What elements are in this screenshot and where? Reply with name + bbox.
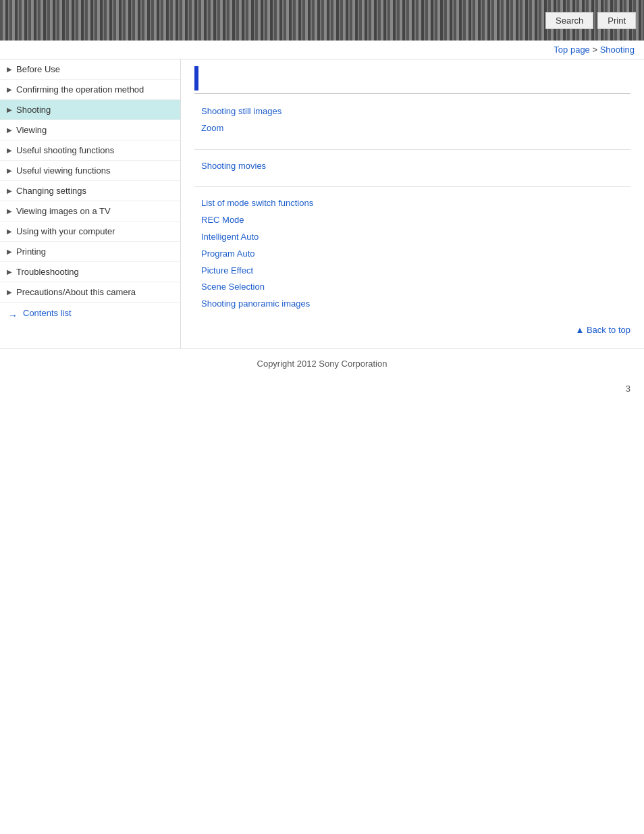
back-to-top-link[interactable]: ▲ Back to top	[575, 325, 630, 335]
sidebar-item-troubleshooting[interactable]: ▶ Troubleshooting	[0, 262, 180, 282]
sidebar-label-changing-settings: Changing settings	[16, 186, 172, 196]
link-rec-mode[interactable]: REC Mode	[201, 213, 630, 228]
sidebar-item-shooting[interactable]: ▶ Shooting	[0, 100, 180, 120]
sidebar-label-useful-shooting: Useful shooting functions	[16, 145, 172, 155]
link-list-mode-switch[interactable]: List of mode switch functions	[201, 197, 630, 211]
header: Search Print	[0, 0, 644, 41]
link-shooting-still-images[interactable]: Shooting still images	[201, 105, 630, 119]
page-number-value: 3	[626, 384, 630, 394]
print-button[interactable]: Print	[597, 12, 636, 29]
divider-1	[194, 149, 630, 150]
link-zoom[interactable]: Zoom	[201, 122, 630, 136]
link-shooting-panoramic[interactable]: Shooting panoramic images	[201, 297, 630, 311]
sidebar-item-using-computer[interactable]: ▶ Using with your computer	[0, 221, 180, 242]
contents-list-link[interactable]: Contents list	[0, 303, 180, 323]
sidebar-item-viewing-tv[interactable]: ▶ Viewing images on a TV	[0, 201, 180, 221]
sidebar-label-using-computer: Using with your computer	[16, 226, 172, 236]
sidebar-label-troubleshooting: Troubleshooting	[16, 267, 172, 277]
breadcrumb-separator: >	[590, 45, 600, 55]
sidebar-item-before-use[interactable]: ▶ Before Use	[0, 59, 180, 80]
sidebar-item-printing[interactable]: ▶ Printing	[0, 242, 180, 262]
sidebar: ▶ Before Use ▶ Confirming the operation …	[0, 59, 181, 348]
sidebar-arrow-viewing: ▶	[7, 126, 12, 134]
sidebar-arrow-viewing-tv: ▶	[7, 207, 12, 215]
divider-2	[194, 186, 630, 187]
sidebar-arrow-troubleshooting: ▶	[7, 268, 12, 276]
link-program-auto[interactable]: Program Auto	[201, 247, 630, 261]
arrow-right-icon	[8, 310, 20, 317]
link-shooting-movies[interactable]: Shooting movies	[201, 159, 630, 174]
sidebar-arrow-confirming: ▶	[7, 86, 12, 93]
sidebar-arrow-precautions: ▶	[7, 288, 12, 296]
back-to-top: ▲ Back to top	[194, 325, 630, 335]
breadcrumb: Top page > Shooting	[0, 41, 644, 59]
sidebar-item-precautions[interactable]: ▶ Precautions/About this camera	[0, 282, 180, 303]
link-scene-selection[interactable]: Scene Selection	[201, 280, 630, 294]
sidebar-label-precautions: Precautions/About this camera	[16, 287, 172, 297]
sidebar-label-printing: Printing	[16, 246, 172, 257]
sidebar-arrow-printing: ▶	[7, 248, 12, 255]
sidebar-label-viewing-tv: Viewing images on a TV	[16, 206, 172, 216]
main-layout: ▶ Before Use ▶ Confirming the operation …	[0, 59, 644, 348]
section-still-images: Shooting still images Zoom	[194, 105, 630, 136]
page-title-bar	[194, 66, 630, 94]
header-buttons: Search Print	[545, 12, 636, 29]
sidebar-arrow-using-computer: ▶	[7, 228, 12, 235]
link-picture-effect[interactable]: Picture Effect	[201, 264, 630, 278]
search-button[interactable]: Search	[545, 12, 593, 29]
sidebar-arrow-before-use: ▶	[7, 66, 12, 73]
breadcrumb-current-link[interactable]: Shooting	[600, 45, 635, 55]
sidebar-arrow-useful-shooting: ▶	[7, 147, 12, 154]
section-movies: Shooting movies	[194, 159, 630, 174]
section-mode-functions: List of mode switch functions REC Mode I…	[194, 197, 630, 311]
sidebar-label-useful-viewing: Useful viewing functions	[16, 165, 172, 176]
page-title-accent	[194, 66, 198, 90]
sidebar-label-confirming: Confirming the operation method	[16, 84, 172, 95]
sidebar-item-viewing[interactable]: ▶ Viewing	[0, 120, 180, 140]
sidebar-arrow-changing-settings: ▶	[7, 187, 12, 194]
copyright-text: Copyright 2012 Sony Corporation	[257, 359, 387, 369]
sidebar-label-before-use: Before Use	[16, 64, 172, 74]
sidebar-label-shooting: Shooting	[16, 105, 172, 115]
sidebar-arrow-shooting: ▶	[7, 106, 12, 113]
link-intelligent-auto[interactable]: Intelligent Auto	[201, 230, 630, 244]
sidebar-item-useful-shooting[interactable]: ▶ Useful shooting functions	[0, 140, 180, 161]
sidebar-arrow-useful-viewing: ▶	[7, 167, 12, 174]
page-number: 3	[0, 378, 644, 399]
sidebar-item-changing-settings[interactable]: ▶ Changing settings	[0, 181, 180, 201]
footer: Copyright 2012 Sony Corporation	[0, 348, 644, 378]
sidebar-item-useful-viewing[interactable]: ▶ Useful viewing functions	[0, 161, 180, 181]
sidebar-item-confirming[interactable]: ▶ Confirming the operation method	[0, 80, 180, 100]
breadcrumb-top-link[interactable]: Top page	[554, 45, 590, 55]
contents-list-label: Contents list	[23, 308, 72, 318]
content-area: Shooting still images Zoom Shooting movi…	[181, 59, 644, 348]
sidebar-label-viewing: Viewing	[16, 125, 172, 135]
